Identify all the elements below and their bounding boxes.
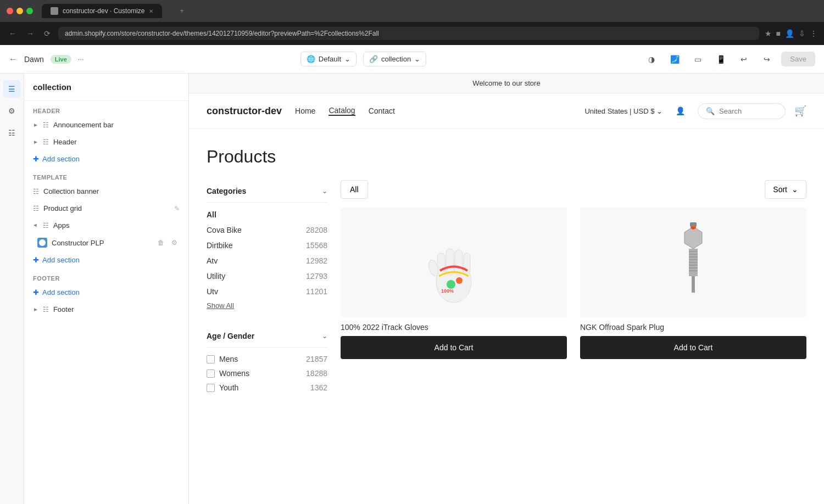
profile-icon[interactable]: 👤 bbox=[785, 29, 794, 38]
glove-image: 100% bbox=[424, 221, 484, 304]
sidebar-icon-rail: ☰ ⚙ ☷ bbox=[0, 74, 24, 504]
womens-checkbox[interactable] bbox=[207, 369, 215, 378]
header-item[interactable]: ► ☷ Header bbox=[24, 133, 188, 150]
undo-button[interactable]: ↩ bbox=[735, 51, 753, 68]
section-layout-icon: ☷ bbox=[33, 188, 39, 195]
add-to-cart-gloves-button[interactable]: Add to Cart bbox=[341, 336, 567, 359]
search-input[interactable] bbox=[719, 107, 777, 115]
constructor-app-icon bbox=[37, 238, 47, 248]
locale-chevron-icon: ⌄ bbox=[656, 107, 662, 115]
filter-option-utv[interactable]: Utv 11201 bbox=[207, 284, 327, 299]
theme-name-label: Dawn bbox=[24, 55, 44, 64]
search-bar[interactable]: 🔍 bbox=[698, 103, 786, 119]
mens-checkbox[interactable] bbox=[207, 355, 215, 363]
sections-icon[interactable]: ☰ bbox=[3, 80, 21, 98]
tab-favicon bbox=[51, 7, 58, 15]
customize-icon-button[interactable]: ◑ bbox=[643, 51, 660, 68]
age-gender-filter-header[interactable]: Age / Gender ⌄ bbox=[207, 325, 327, 348]
default-dropdown[interactable]: 🌐 Default ⌄ bbox=[300, 52, 357, 66]
show-all-button[interactable]: Show All bbox=[207, 299, 234, 312]
svg-rect-1 bbox=[437, 253, 445, 275]
youth-checkbox[interactable] bbox=[207, 384, 215, 392]
redo-button[interactable]: ↪ bbox=[758, 51, 776, 68]
age-gender-filter: Age / Gender ⌄ Mens 21857 bbox=[207, 325, 327, 399]
categories-filter-header[interactable]: Categories ⌄ bbox=[207, 180, 327, 203]
download-icon[interactable]: ⇩ bbox=[799, 29, 805, 38]
product-name-gloves: 100% 2022 iTrack Gloves bbox=[341, 323, 567, 332]
tab-close-button[interactable]: ✕ bbox=[149, 8, 153, 14]
minimize-window-button[interactable] bbox=[16, 8, 23, 14]
extensions-icon[interactable]: ■ bbox=[776, 29, 781, 38]
filter-option-dirtbike[interactable]: Dirtbike 15568 bbox=[207, 238, 327, 253]
new-tab-button[interactable]: + bbox=[171, 4, 192, 18]
nav-link-contact[interactable]: Contact bbox=[369, 107, 395, 115]
filter-option-all[interactable]: All bbox=[207, 207, 327, 222]
svg-rect-3 bbox=[455, 250, 463, 275]
address-bar[interactable]: admin.shopify.com/store/constructor-dev/… bbox=[58, 27, 759, 40]
mens-count: 21857 bbox=[306, 355, 327, 363]
settings-app-button[interactable]: ⚙ bbox=[169, 237, 180, 248]
constructor-plp-label: Constructor PLP bbox=[52, 239, 151, 247]
constructor-plp-item[interactable]: Constructor PLP 🗑 ⚙ bbox=[24, 234, 188, 251]
menu-icon[interactable]: ⋮ bbox=[810, 29, 817, 38]
back-button[interactable]: ← bbox=[7, 27, 19, 40]
all-filter-button[interactable]: All bbox=[341, 180, 368, 199]
default-label: Default bbox=[319, 55, 341, 63]
locale-selector[interactable]: United States | USD $ ⌄ bbox=[584, 107, 662, 115]
add-section-label: Add section bbox=[42, 288, 80, 296]
filter-option-cova-bike[interactable]: Cova Bike 28208 bbox=[207, 222, 327, 238]
cart-icon[interactable]: 🛒 bbox=[794, 105, 806, 117]
footer-item[interactable]: ► ☷ Footer bbox=[24, 301, 188, 318]
template-add-section-button[interactable]: ✚ Add section bbox=[24, 251, 188, 268]
back-to-admin-button[interactable]: ← bbox=[9, 54, 18, 64]
panel-title: collection bbox=[24, 74, 188, 101]
edit-product-grid-icon[interactable]: ✎ bbox=[174, 205, 180, 212]
add-to-cart-spark-plug-button[interactable]: Add to Cart bbox=[580, 336, 806, 359]
section-layout-icon: ☷ bbox=[33, 205, 39, 212]
youth-label: Youth bbox=[219, 383, 238, 392]
filter-option-count: 12982 bbox=[306, 256, 327, 265]
browser-addressbar: ← → ⟳ admin.shopify.com/store/constructo… bbox=[0, 22, 824, 45]
products-title: Products bbox=[207, 147, 806, 167]
filter-option-count: 15568 bbox=[306, 241, 327, 250]
browser-tab[interactable]: constructor-dev · Customize ✕ bbox=[42, 4, 162, 18]
maximize-window-button[interactable] bbox=[26, 8, 33, 14]
app-icon-inner bbox=[39, 239, 46, 246]
delete-app-button[interactable]: 🗑 bbox=[155, 237, 166, 248]
refresh-button[interactable]: ⟳ bbox=[42, 27, 53, 40]
theme-settings-icon[interactable]: ⚙ bbox=[3, 102, 21, 120]
header-add-section-button[interactable]: ✚ Add section bbox=[24, 150, 188, 167]
apps-expand-item[interactable]: ▼ ☷ Apps bbox=[24, 217, 188, 234]
mobile-view-button[interactable]: 📱 bbox=[712, 51, 730, 68]
filter-option-atv[interactable]: Atv 12982 bbox=[207, 253, 327, 268]
nav-link-catalog[interactable]: Catalog bbox=[329, 106, 355, 116]
context-dropdown[interactable]: 🔗 collection ⌄ bbox=[363, 52, 426, 66]
announcement-bar-item[interactable]: ► ☷ Announcement bar bbox=[24, 116, 188, 133]
globe-icon: 🌐 bbox=[307, 55, 315, 63]
product-cards: 100% 100% 2022 iTrack Gloves Add to Cart bbox=[341, 208, 806, 359]
filter-youth[interactable]: Youth 1362 bbox=[207, 380, 327, 395]
more-options-button[interactable]: ··· bbox=[78, 55, 84, 63]
desktop-view-button[interactable]: 🗾 bbox=[666, 51, 683, 68]
tablet-view-button[interactable]: ▭ bbox=[689, 51, 706, 68]
store-preview: Welcome to our store constructor-dev Hom… bbox=[189, 74, 824, 504]
collection-banner-item[interactable]: ☷ Collection banner bbox=[24, 183, 188, 200]
filter-option-name: Atv bbox=[207, 256, 218, 265]
bookmark-icon[interactable]: ★ bbox=[765, 29, 772, 38]
nav-link-home[interactable]: Home bbox=[295, 107, 315, 115]
footer-add-section-button[interactable]: ✚ Add section bbox=[24, 284, 188, 301]
save-button[interactable]: Save bbox=[781, 52, 815, 66]
section-layout-icon: ☷ bbox=[43, 138, 49, 146]
svg-rect-21 bbox=[690, 222, 697, 227]
forward-button[interactable]: → bbox=[24, 27, 36, 40]
categories-filter-title: Categories bbox=[207, 187, 246, 195]
filter-womens[interactable]: Womens 18288 bbox=[207, 366, 327, 380]
product-grid-item[interactable]: ☷ Product grid ✎ bbox=[24, 200, 188, 217]
close-window-button[interactable] bbox=[7, 8, 13, 14]
filter-option-utility[interactable]: Utility 12793 bbox=[207, 268, 327, 284]
sort-dropdown[interactable]: Sort ⌄ bbox=[765, 180, 806, 199]
account-icon[interactable]: 👤 bbox=[671, 102, 689, 120]
filter-mens[interactable]: Mens 21857 bbox=[207, 352, 327, 366]
apps-icon[interactable]: ☷ bbox=[3, 124, 21, 142]
mens-label: Mens bbox=[219, 355, 238, 363]
